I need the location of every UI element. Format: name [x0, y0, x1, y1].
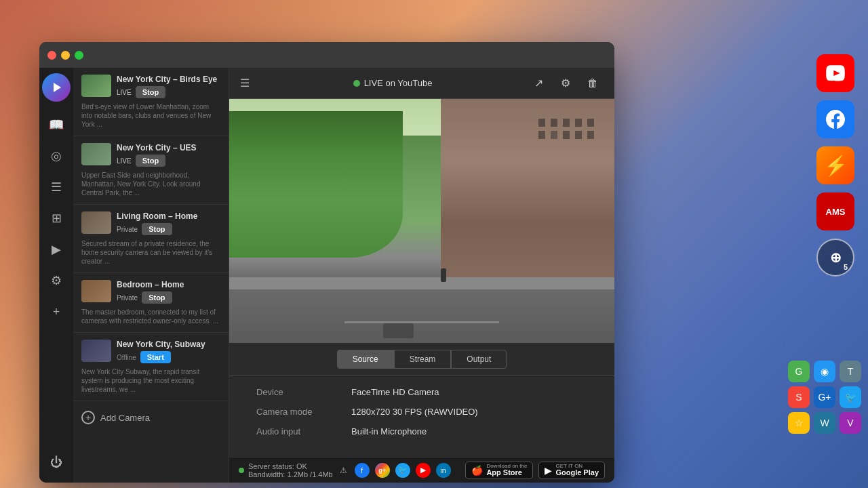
googleplay-icon: ▶ — [545, 465, 552, 476]
camera-thumb-nyc-subway — [81, 340, 111, 362]
camera-status-nyc-birds-eye: LIVE — [117, 89, 132, 96]
app-window: 📖 ◎ ☰ ⊞ ▶ ⚙ + ⏻ New York City – Birds Ey… — [39, 42, 614, 483]
camera-thumb-nyc-ues — [81, 143, 111, 165]
start-button-nyc-subway[interactable]: Start — [140, 351, 171, 363]
top-bar-actions: ↗ ⚙ 🗑 — [528, 73, 604, 94]
delete-icon[interactable]: 🗑 — [582, 73, 604, 94]
sidebar-item-grid[interactable]: ⊞ — [43, 205, 70, 232]
tab-stream[interactable]: Stream — [394, 350, 452, 369]
camera-thumb-bedroom — [81, 280, 111, 302]
camera-desc-living-room: Secured stream of a private residence, t… — [81, 239, 220, 266]
thunderbolt-desktop-icon[interactable]: ⚡ — [816, 146, 854, 184]
googleplay-badge[interactable]: ▶ GET IT ON Google Play — [538, 462, 605, 479]
detail-row-camera-mode: Camera mode 868x488 30 FPS (RAWVIDEO) — [256, 407, 587, 417]
sidebar-item-add[interactable]: + — [43, 298, 70, 325]
app-content: 📖 ◎ ☰ ⊞ ▶ ⚙ + ⏻ New York City – Birds Ey… — [39, 68, 614, 483]
camera-name-living-room: Living Room – Home — [117, 211, 220, 221]
status-bar: Server status: OK Bandwidth: 1.2Mb /1.4M… — [229, 457, 614, 483]
tab-source[interactable]: Source — [337, 350, 394, 369]
mini-icon-6[interactable]: 🐦 — [840, 386, 861, 408]
camera-name-bedroom: Bedroom – Home — [117, 280, 220, 289]
camera-status-nyc-ues: LIVE — [117, 157, 132, 165]
add-camera-button[interactable]: + Add Camera — [73, 401, 229, 434]
sidebar-item-video[interactable]: ▶ — [43, 236, 70, 263]
camera-desc-nyc-birds-eye: Bird's-eye view of Lower Manhattan, zoom… — [81, 102, 220, 129]
detail-row-device: Device FaceTime HD Camera — [256, 387, 587, 397]
youtube-desktop-icon[interactable] — [816, 54, 854, 92]
apple-icon: 🍎 — [471, 465, 483, 476]
camera-item-nyc-ues[interactable]: New York City – UES LIVE Stop Upper East… — [73, 136, 229, 205]
live-dot — [353, 80, 360, 87]
social-facebook[interactable]: f — [355, 463, 370, 478]
camera-thumb-nyc-birds-eye — [81, 75, 111, 97]
device-value: FaceTime HD Camera — [351, 387, 439, 397]
sidebar-item-channels[interactable]: 📖 — [43, 111, 70, 138]
close-button[interactable] — [47, 51, 56, 60]
detail-row-audio-input: Audio input Built-in Microphone — [256, 426, 587, 436]
desktop-icons-bottom: G ◉ T S G+ 🐦 ☆ W V — [788, 361, 861, 434]
server-status-text: Server status: OK — [248, 462, 333, 470]
camera-name-nyc-subway: New York City, Subway — [117, 340, 220, 349]
camera-list: New York City – Birds Eye LIVE Stop Bird… — [73, 68, 229, 483]
live-indicator: LIVE on YouTube — [353, 78, 433, 88]
window-buttons — [47, 51, 83, 60]
sniper-desktop-icon[interactable]: ⊕ 5 — [816, 239, 854, 277]
mini-icon-2[interactable]: ◉ — [814, 361, 835, 382]
app-logo[interactable] — [42, 73, 71, 102]
mini-icon-8[interactable]: W — [814, 412, 835, 434]
camera-item-living-room[interactable]: Living Room – Home Private Stop Secured … — [73, 205, 229, 273]
stop-button-nyc-ues[interactable]: Stop — [136, 155, 165, 167]
menu-icon[interactable]: ☰ — [240, 77, 250, 89]
mini-icon-3[interactable]: T — [840, 361, 861, 382]
top-bar: ☰ LIVE on YouTube ↗ ⚙ 🗑 — [229, 68, 614, 99]
camera-status-bedroom: Private — [117, 294, 138, 302]
sidebar-icons: 📖 ◎ ☰ ⊞ ▶ ⚙ + ⏻ — [39, 68, 73, 483]
mini-icon-7[interactable]: ☆ — [788, 412, 810, 434]
tab-output[interactable]: Output — [451, 350, 507, 369]
audio-input-value: Built-in Microphone — [351, 426, 427, 436]
facebook-desktop-icon[interactable] — [816, 100, 854, 138]
social-youtube[interactable]: ▶ — [416, 463, 431, 478]
camera-item-nyc-subway[interactable]: New York City, Subway Offline Start New … — [73, 333, 229, 401]
camera-item-bedroom[interactable]: Bedroom – Home Private Stop The master b… — [73, 273, 229, 333]
maximize-button[interactable] — [75, 51, 83, 60]
settings-icon[interactable]: ⚙ — [555, 73, 576, 94]
social-linkedin[interactable]: in — [436, 463, 451, 478]
camera-desc-nyc-subway: New York City Subway, the rapid transit … — [81, 367, 220, 394]
camera-status-living-room: Private — [117, 226, 138, 233]
mini-icon-4[interactable]: S — [788, 386, 810, 408]
add-camera-label: Add Camera — [100, 413, 150, 423]
googleplay-large-text: Google Play — [555, 469, 599, 476]
sidebar-item-settings[interactable]: ⚙ — [43, 267, 70, 294]
server-status: Server status: OK Bandwidth: 1.2Mb /1.4M… — [239, 462, 347, 479]
sidebar-item-list[interactable]: ☰ — [43, 174, 70, 201]
sidebar-item-location[interactable]: ◎ — [43, 142, 70, 169]
ams-desktop-icon[interactable]: AMS — [816, 192, 854, 230]
video-background — [229, 99, 614, 343]
desktop-icons: ⚡ AMS ⊕ 5 — [816, 54, 854, 277]
title-bar — [39, 42, 614, 68]
share-icon[interactable]: ↗ — [528, 73, 549, 94]
social-google[interactable]: g+ — [375, 463, 390, 478]
stop-button-nyc-birds-eye[interactable]: Stop — [136, 86, 165, 98]
mini-icon-9[interactable]: V — [840, 412, 861, 434]
sidebar-item-power[interactable]: ⏻ — [43, 449, 70, 476]
camera-name-nyc-birds-eye: New York City – Birds Eye — [117, 75, 220, 84]
camera-name-nyc-ues: New York City – UES — [117, 143, 220, 152]
camera-mode-label: Camera mode — [256, 407, 351, 417]
mini-icon-5[interactable]: G+ — [814, 386, 835, 408]
camera-item-nyc-birds-eye[interactable]: New York City – Birds Eye LIVE Stop Bird… — [73, 68, 229, 136]
tabs-bar: Source Stream Output — [229, 343, 614, 376]
social-twitter[interactable]: 🐦 — [395, 463, 410, 478]
stop-button-bedroom[interactable]: Stop — [142, 291, 172, 304]
stop-button-living-room[interactable]: Stop — [142, 223, 172, 235]
minimize-button[interactable] — [61, 51, 70, 60]
mini-icon-1[interactable]: G — [788, 361, 810, 382]
svg-marker-0 — [54, 83, 61, 92]
audio-input-label: Audio input — [256, 426, 351, 436]
bandwidth-text: Bandwidth: 1.2Mb /1.4Mb — [248, 470, 333, 479]
camera-desc-bedroom: The master bedroom, connected to my list… — [81, 308, 220, 325]
appstore-badge[interactable]: 🍎 Download on the App Store — [465, 462, 533, 479]
camera-status-nyc-subway: Offline — [117, 354, 136, 361]
main-content: ☰ LIVE on YouTube ↗ ⚙ 🗑 — [229, 68, 614, 483]
